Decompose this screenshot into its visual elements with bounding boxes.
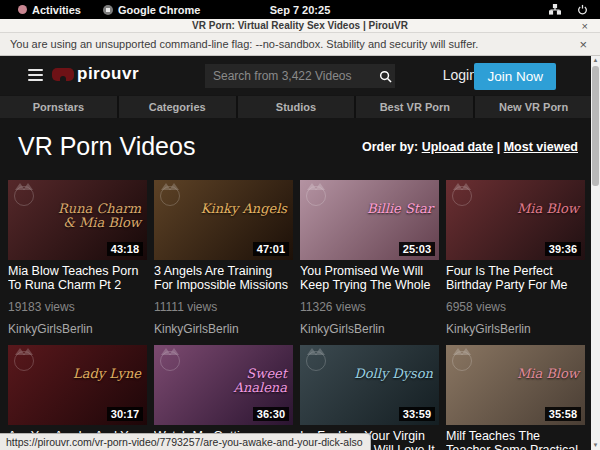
video-thumbnail[interactable]: Runa Charm & Mia Blow 43:18 — [8, 180, 147, 260]
scroll-down-icon[interactable]: ▼ — [591, 441, 600, 450]
video-card[interactable]: Billie Star 25:03 You Promised We Will K… — [300, 180, 439, 336]
studio-watermark-icon — [160, 186, 180, 206]
warning-message: You are using an unsupported command-lin… — [10, 38, 478, 50]
thumb-overlay-name: Mia Blow — [517, 367, 579, 381]
video-thumbnail[interactable]: Mia Blow 39:36 — [446, 180, 585, 260]
vr-goggles-icon — [52, 68, 74, 81]
infobar-close-icon[interactable]: × — [579, 37, 587, 52]
order-most-viewed-link[interactable]: Most viewed — [504, 140, 578, 154]
app-menu-label: Google Chrome — [118, 4, 201, 16]
main-nav: Pornstars Categories Studios Best VR Por… — [0, 96, 592, 118]
search-bar — [205, 64, 395, 88]
duration-badge: 47:01 — [253, 242, 289, 256]
search-icon[interactable] — [376, 64, 395, 88]
duration-badge: 25:03 — [399, 242, 435, 256]
join-now-button[interactable]: Join Now — [474, 63, 556, 90]
studio-link[interactable]: KinkyGirlsBerlin — [446, 322, 585, 336]
status-url: https://pirouvr.com/vr-porn-video/779325… — [0, 433, 371, 450]
video-card[interactable]: Mia Blow 39:36 Four Is The Perfect Birth… — [446, 180, 585, 336]
video-views: 19183 views — [8, 300, 147, 314]
site-logo[interactable]: pirouvr — [52, 64, 139, 84]
scroll-up-icon[interactable]: ▲ — [591, 56, 600, 65]
duration-badge: 39:36 — [545, 242, 581, 256]
video-views: 11326 views — [300, 300, 439, 314]
chrome-icon — [103, 5, 113, 15]
video-grid: Runa Charm & Mia Blow 43:18 Mia Blow Tea… — [8, 180, 585, 450]
menu-icon[interactable] — [28, 69, 43, 81]
site-header: pirouvr Login Join Now — [0, 56, 600, 95]
power-icon[interactable] — [577, 4, 588, 15]
video-thumbnail[interactable]: Kinky Angels 47:01 — [154, 180, 293, 260]
nav-item-new-vr-porn[interactable]: New VR Porn — [475, 96, 592, 118]
app-menu-button[interactable]: Google Chrome — [95, 4, 209, 16]
video-title-link[interactable]: Milf Teaches The Teacher Some Practical … — [446, 429, 585, 450]
video-title-link[interactable]: Mia Blow Teaches Porn To Runa Charm Pt 2 — [8, 264, 147, 292]
studio-watermark-icon — [306, 351, 326, 371]
sandbox-warning-infobar: You are using an unsupported command-lin… — [0, 33, 600, 56]
studio-link[interactable]: KinkyGirlsBerlin — [154, 322, 293, 336]
thumb-overlay-name: Lady Lyne — [73, 367, 141, 381]
duration-badge: 33:59 — [399, 407, 435, 421]
studio-watermark-icon — [160, 351, 180, 371]
order-upload-date-link[interactable]: Upload date — [422, 140, 494, 154]
scrollbar-thumb[interactable] — [592, 66, 599, 186]
order-by-label: Order by: — [362, 140, 418, 154]
page-content: VR Porn Videos Order by: Upload date | M… — [0, 118, 600, 450]
video-card[interactable]: Mia Blow 35:58 Milf Teaches The Teacher … — [446, 345, 585, 450]
video-views: 6958 views — [446, 300, 585, 314]
network-icon[interactable] — [549, 4, 561, 15]
video-card[interactable]: Runa Charm & Mia Blow 43:18 Mia Blow Tea… — [8, 180, 147, 336]
video-thumbnail[interactable]: Sweet Analena 36:30 — [154, 345, 293, 425]
activities-button[interactable]: Activities — [10, 4, 89, 16]
thumb-overlay-name: Kinky Angels — [201, 202, 287, 216]
nav-item-best-vr-porn[interactable]: Best VR Porn — [356, 96, 473, 118]
thumb-overlay-name: Runa Charm & Mia Blow — [51, 202, 141, 230]
duration-badge: 30:17 — [107, 407, 143, 421]
thumb-overlay-name: Billie Star — [367, 202, 433, 216]
video-views: 11111 views — [154, 300, 293, 314]
video-thumbnail[interactable]: Dolly Dyson 33:59 — [300, 345, 439, 425]
duration-badge: 43:18 — [107, 242, 143, 256]
activities-label: Activities — [32, 4, 81, 16]
login-link[interactable]: Login — [443, 67, 477, 83]
studio-watermark-icon — [452, 351, 472, 371]
nav-item-studios[interactable]: Studios — [238, 96, 355, 118]
search-input[interactable] — [205, 69, 376, 83]
video-card[interactable]: Kinky Angels 47:01 3 Angels Are Training… — [154, 180, 293, 336]
page-title: VR Porn Videos — [18, 132, 195, 161]
video-title-link[interactable]: You Promised We Will Keep Trying The Who… — [300, 264, 439, 292]
video-thumbnail[interactable]: Lady Lyne 30:17 — [8, 345, 147, 425]
thumb-overlay-name: Mia Blow — [517, 202, 579, 216]
nav-item-pornstars[interactable]: Pornstars — [0, 96, 117, 118]
window-close-icon[interactable]: × — [582, 19, 588, 33]
video-title-link[interactable]: 3 Angels Are Training For Impossible Mis… — [154, 264, 293, 292]
scrollbar[interactable]: ▲ ▼ — [591, 56, 600, 450]
studio-link[interactable]: KinkyGirlsBerlin — [8, 322, 147, 336]
thumb-overlay-name: Sweet Analena — [197, 367, 287, 395]
order-separator: | — [497, 140, 501, 154]
window-title: VR Porn: Virtual Reality Sex Videos | Pi… — [0, 20, 600, 31]
studio-watermark-icon — [452, 186, 472, 206]
studio-watermark-icon — [306, 186, 326, 206]
nav-item-categories[interactable]: Categories — [119, 96, 236, 118]
studio-watermark-icon — [14, 186, 34, 206]
video-title-link[interactable]: Four Is The Perfect Birthday Party For M… — [446, 264, 585, 292]
desktop-top-bar: Activities Google Chrome Sep 7 20:25 — [0, 0, 600, 19]
order-by: Order by: Upload date | Most viewed — [362, 140, 578, 154]
video-thumbnail[interactable]: Billie Star 25:03 — [300, 180, 439, 260]
window-title-bar: VR Porn: Virtual Reality Sex Videos | Pi… — [0, 19, 600, 33]
thumb-overlay-name: Dolly Dyson — [354, 367, 433, 381]
video-thumbnail[interactable]: Mia Blow 35:58 — [446, 345, 585, 425]
duration-badge: 36:30 — [253, 407, 289, 421]
logo-text: pirouvr — [77, 64, 139, 84]
duration-badge: 35:58 — [545, 407, 581, 421]
activities-icon — [18, 5, 27, 14]
studio-link[interactable]: KinkyGirlsBerlin — [300, 322, 439, 336]
studio-watermark-icon — [14, 351, 34, 371]
